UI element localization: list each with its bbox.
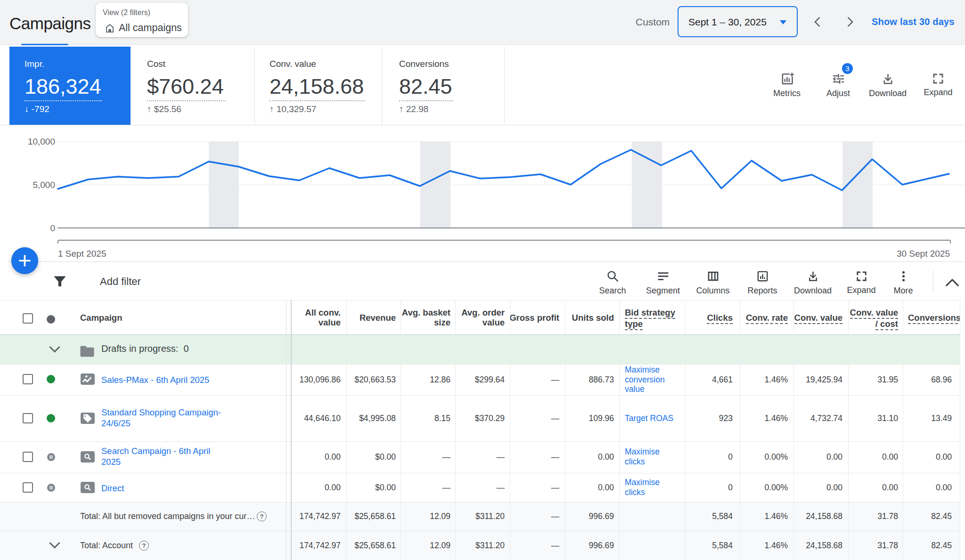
svg-text:30 Sept 2025: 30 Sept 2025 xyxy=(897,249,950,259)
svg-text:10,000: 10,000 xyxy=(28,137,55,146)
svg-text:0: 0 xyxy=(50,223,55,233)
svg-text:5,000: 5,000 xyxy=(33,180,55,190)
svg-text:1 Sept 2025: 1 Sept 2025 xyxy=(58,249,106,259)
